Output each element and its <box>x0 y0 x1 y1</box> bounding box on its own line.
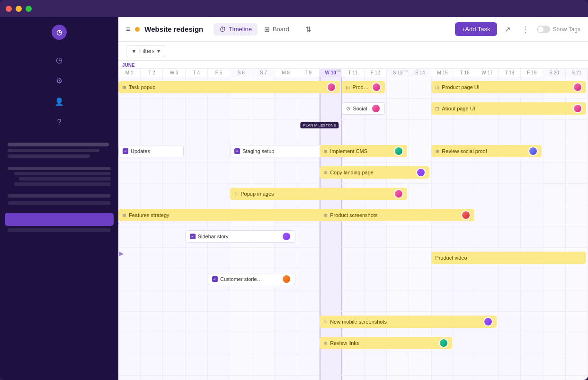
sidebar-icon-clock[interactable]: ◷ <box>52 52 67 67</box>
task-avatar <box>573 104 582 113</box>
show-tags-toggle[interactable]: Show Tags <box>537 26 580 33</box>
grid-cell-8-5 <box>230 248 252 269</box>
grid-cell-14-9 <box>320 376 342 380</box>
more-button[interactable]: ⋮ <box>519 22 533 36</box>
task-bar-10[interactable]: ≋Popup images <box>230 188 407 200</box>
task-bar-15[interactable]: Customer storie… <box>208 273 295 285</box>
task-check-icon <box>234 148 240 154</box>
sort-button[interactable]: ⇅ <box>302 22 316 36</box>
project-title: Website redesign <box>144 25 203 33</box>
task-bar-0[interactable]: ≋Task popup <box>118 81 340 93</box>
tab-timeline[interactable]: ⏱ Timeline <box>214 23 258 36</box>
grid-cell-14-19 <box>543 376 566 380</box>
task-check-icon <box>190 234 196 239</box>
task-bar-1[interactable]: ⊡Produc… <box>342 81 384 93</box>
grid-cell-4-3 <box>186 163 208 183</box>
topbar-left: ≡ Website redesign ⏱ Timeline ⊞ Board ⇅ <box>126 22 449 36</box>
day-header-9: 35W 10 <box>320 69 342 77</box>
task-name: Implement CMS <box>330 148 392 154</box>
task-bar-3[interactable]: ⊘Social <box>342 102 384 115</box>
grid-cell-7-16 <box>476 226 499 247</box>
task-bar-7[interactable]: ≋Implement CMS <box>320 145 407 157</box>
board-icon: ⊞ <box>264 26 270 33</box>
grid-cell-13-19 <box>543 354 566 375</box>
grid-cell-13-5 <box>230 354 252 375</box>
task-bar-5[interactable]: Updates <box>118 145 184 157</box>
grid-cell-4-15 <box>454 163 476 183</box>
sidebar-logo[interactable]: ◷ <box>52 25 67 40</box>
day-header-17: T 18 <box>499 69 521 77</box>
task-icon: ≋ <box>435 148 439 154</box>
task-icon: ⊡ <box>435 84 439 90</box>
task-name: New mobile screenshots <box>330 319 481 325</box>
task-bar-2[interactable]: ⊡Product page UI <box>431 81 586 93</box>
task-avatar <box>282 232 291 241</box>
grid-cell-5-19 <box>543 184 566 205</box>
grid-cell-12-2 <box>163 333 185 354</box>
close-button[interactable] <box>6 6 12 12</box>
grid-cell-2-5 <box>230 120 252 141</box>
task-avatar <box>416 168 426 177</box>
share-button[interactable]: ↗ <box>501 22 515 36</box>
app-window: ◷ ◷ ⚙ 👤 ? <box>0 0 588 380</box>
grid-cell-6-16 <box>476 205 499 226</box>
day-header-6: S 7 <box>252 69 275 77</box>
task-bar-14[interactable]: Product video <box>431 252 586 264</box>
grid-cell-13-14 <box>432 354 454 375</box>
task-bar-17[interactable]: ≋Review links <box>320 337 452 349</box>
task-bar-13[interactable]: Sidebar story <box>186 230 295 243</box>
grid-cell-10-11 <box>365 290 387 311</box>
sidebar-icon-help[interactable]: ? <box>52 115 67 130</box>
grid-cell-1-5 <box>230 99 252 119</box>
grid-cell-10-5 <box>230 290 252 311</box>
task-bar-11[interactable]: ≋Features strategy <box>118 209 340 221</box>
grid-cell-4-2 <box>163 163 185 183</box>
tab-group: ⏱ Timeline ⊞ Board <box>214 23 294 36</box>
grid-cell-12-3 <box>186 333 208 354</box>
menu-icon[interactable]: ≡ <box>126 25 130 34</box>
grid-cell-10-10 <box>342 290 365 311</box>
add-task-button[interactable]: +Add Task <box>455 22 497 36</box>
task-name: Copy landing page <box>330 170 414 175</box>
task-icon: ≋ <box>323 148 328 154</box>
day-header-18: F 19 <box>521 69 543 77</box>
sidebar-placeholder-1 <box>8 143 109 146</box>
filter-button[interactable]: ▼ Filters ▾ <box>126 45 165 57</box>
grid-cell-3-4 <box>208 141 230 162</box>
grid-cell-2-1 <box>141 120 163 141</box>
grid-cell-5-17 <box>499 184 521 205</box>
task-name: Product page UI <box>442 84 570 90</box>
grid-cell-2-17 <box>499 120 521 141</box>
grid-cell-13-3 <box>186 354 208 375</box>
task-icon: ⊘ <box>346 106 350 112</box>
task-bar-16[interactable]: ≋New mobile screenshots <box>320 316 497 328</box>
task-bar-8[interactable]: ≋Review social proof <box>431 145 541 157</box>
grid-cell-1-3 <box>186 99 208 119</box>
grid-cell-4-14 <box>432 163 454 183</box>
grid-cell-5-0 <box>118 184 141 205</box>
month-label: JUNE <box>118 61 588 68</box>
show-segments-arrow[interactable]: ▶ <box>119 250 124 257</box>
grid-cell-8-3 <box>186 248 208 269</box>
tab-board[interactable]: ⊞ Board <box>258 23 295 36</box>
show-segments-label[interactable]: Show Segments <box>118 210 119 244</box>
task-name: Task popup <box>129 84 324 90</box>
sidebar-icon-settings[interactable]: ⚙ <box>52 73 67 88</box>
task-bar-9[interactable]: ≋Copy landing page <box>320 166 429 179</box>
grid-cell-12-6 <box>252 333 275 354</box>
sidebar-icon-people[interactable]: 👤 <box>52 94 67 109</box>
task-name: Popup images <box>241 191 392 197</box>
grid-cell-12-17 <box>499 333 521 354</box>
grid-cell-2-0 <box>118 120 141 141</box>
minimize-button[interactable] <box>16 6 22 12</box>
grid-cell-11-5 <box>230 312 252 333</box>
sidebar-active-item[interactable] <box>5 213 114 226</box>
task-bar-12[interactable]: ≋Product screenshots <box>320 209 474 221</box>
topbar: ≡ Website redesign ⏱ Timeline ⊞ Board ⇅ <box>118 17 588 42</box>
timeline-body[interactable]: PLAN MILESTONEShow Segments▶≋Task popup⊡… <box>118 77 588 380</box>
grid-cell-2-7 <box>275 120 297 141</box>
maximize-button[interactable] <box>26 6 32 12</box>
grid-cell-10-16 <box>476 290 499 311</box>
task-bar-4[interactable]: ⊡About page UI <box>431 102 586 115</box>
show-tags-toggle-switch[interactable] <box>537 26 550 33</box>
